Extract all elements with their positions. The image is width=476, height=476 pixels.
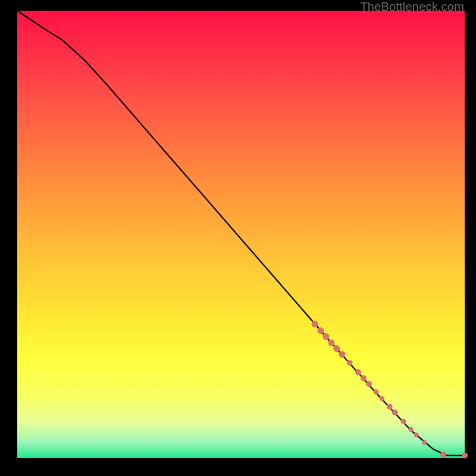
chart-marker [440, 452, 446, 458]
chart-marker [347, 360, 353, 366]
watermark-text: TheBottleneck.com [360, 0, 464, 14]
chart-marker [462, 453, 468, 459]
chart-marker [355, 369, 361, 375]
chart-marker [401, 419, 406, 424]
chart-marker [322, 333, 329, 340]
chart-marker [317, 327, 324, 334]
chart-markers [312, 321, 468, 459]
chart-marker [387, 404, 393, 410]
chart-marker [328, 340, 334, 346]
chart-marker [374, 389, 379, 394]
chart-overlay [17, 11, 465, 458]
chart-marker [422, 440, 427, 445]
chart-marker [380, 396, 384, 401]
chart-marker [333, 345, 340, 352]
chart-marker [392, 409, 398, 415]
chart-marker [414, 433, 419, 437]
chart-marker [339, 351, 346, 358]
chart-marker [366, 381, 372, 387]
chart-marker [312, 321, 318, 327]
chart-marker [409, 427, 414, 432]
bottleneck-curve [17, 11, 465, 456]
chart-marker [361, 375, 367, 381]
